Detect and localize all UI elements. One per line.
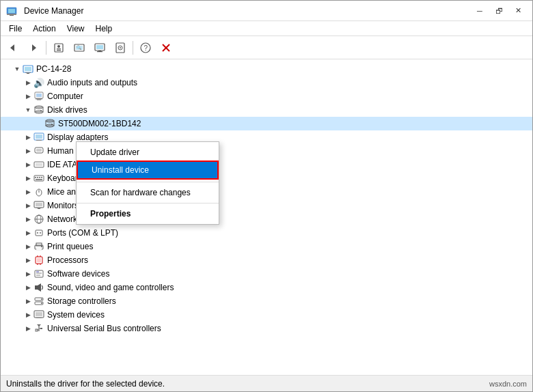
svg-marker-90	[37, 324, 41, 326]
computer-expand[interactable]: ▶	[23, 91, 33, 102]
svg-point-85	[41, 303, 42, 304]
print-icon	[33, 241, 44, 252]
ctx-separator	[77, 182, 219, 182]
svg-marker-4	[10, 44, 14, 51]
close-button[interactable]: ✕	[509, 4, 527, 18]
ctx-properties[interactable]: Properties	[77, 206, 219, 222]
minimize-button[interactable]: ─	[471, 4, 489, 18]
ctx-separator-2	[77, 203, 219, 204]
restore-button[interactable]: 🗗	[490, 4, 508, 18]
st500-icon	[44, 118, 55, 129]
storage-label: Storage controllers	[47, 296, 116, 306]
monitors-icon	[33, 200, 44, 211]
software-label: Software devices	[47, 269, 109, 279]
tree-item-st500[interactable]: ▶ ST500DM002-1BD142	[1, 117, 532, 130]
back-button[interactable]	[3, 39, 23, 57]
mice-expand[interactable]: ▶	[23, 186, 33, 197]
svg-rect-58	[36, 208, 42, 208]
properties-button[interactable]	[49, 39, 68, 57]
tree-item-audio[interactable]: ▶ 🔊 Audio inputs and outputs	[1, 76, 532, 89]
root-icon	[23, 64, 33, 74]
sound-expand[interactable]: ▶	[23, 282, 33, 293]
svg-rect-49	[37, 177, 38, 178]
software-expand[interactable]: ▶	[23, 268, 33, 279]
ports-icon	[33, 227, 44, 238]
tree-item-disk[interactable]: ▼ Disk drives	[1, 103, 532, 117]
tree-item-proc[interactable]: ▶ Processors	[1, 253, 532, 267]
print-label: Print queues	[47, 242, 93, 251]
menu-action[interactable]: Action	[27, 23, 61, 35]
audio-expand[interactable]: ▶	[23, 77, 33, 88]
system-icon	[33, 309, 44, 320]
svg-rect-63	[36, 230, 42, 236]
svg-rect-46	[36, 163, 42, 166]
storage-expand[interactable]: ▶	[23, 296, 33, 307]
svg-rect-51	[41, 177, 42, 178]
status-right: wsxdn.com	[489, 380, 527, 388]
svg-rect-52	[36, 179, 42, 180]
ctx-scan-hardware[interactable]: Scan for hardware changes	[77, 184, 219, 201]
tree-item-print[interactable]: ▶ Print queues	[1, 240, 532, 253]
root-label: PC-14-28	[36, 64, 71, 74]
menu-bar: File Action View Help	[1, 21, 532, 36]
tree-item-computer[interactable]: ▶ Computer	[1, 89, 532, 103]
root-expand[interactable]: ▼	[12, 64, 23, 74]
tree-item-sound[interactable]: ▶ Sound, video and game controllers	[1, 281, 532, 294]
system-expand[interactable]: ▶	[23, 309, 33, 320]
menu-view[interactable]: View	[62, 23, 90, 35]
scan-button[interactable]: 🔍	[70, 39, 89, 57]
sound-icon	[33, 282, 44, 293]
ctx-uninstall-device[interactable]: Uninstall device	[77, 160, 219, 180]
svg-rect-41	[36, 135, 42, 139]
context-menu: Update driver Uninstall device Scan for …	[76, 141, 219, 225]
svg-rect-79	[36, 271, 39, 272]
computer-icon-btn[interactable]	[90, 39, 109, 57]
software-icon	[33, 268, 44, 279]
tree-item-ports[interactable]: ▶ Ports (COM & LPT)	[1, 226, 532, 240]
proc-icon	[33, 255, 44, 266]
menu-file[interactable]: File	[3, 23, 27, 35]
ctx-update-driver[interactable]: Update driver	[77, 144, 219, 160]
svg-text:🔍: 🔍	[77, 45, 82, 51]
svg-rect-42	[36, 140, 42, 141]
computer-icon	[33, 91, 44, 102]
usb-expand[interactable]: ▶	[23, 323, 33, 334]
disk-expand[interactable]: ▼	[23, 104, 33, 115]
print-expand[interactable]: ▶	[23, 241, 33, 252]
status-text: Uninstalls the driver for the selected d…	[6, 379, 165, 389]
computer-label: Computer	[47, 92, 83, 101]
svg-rect-30	[36, 98, 42, 100]
tree-item-usb[interactable]: ▶ Universal Serial Bus controllers	[1, 322, 532, 335]
proc-expand[interactable]: ▶	[23, 255, 33, 266]
svg-point-39	[51, 124, 53, 125]
monitors-expand[interactable]: ▶	[23, 200, 33, 211]
svg-rect-37	[46, 121, 54, 126]
audio-icon: 🔊	[33, 77, 44, 88]
forward-button[interactable]	[24, 39, 43, 57]
hid-expand[interactable]: ▶	[23, 145, 33, 156]
device-icon-btn[interactable]	[111, 39, 130, 57]
ide-expand[interactable]: ▶	[23, 159, 33, 170]
menu-help[interactable]: Help	[90, 23, 118, 35]
network-expand[interactable]: ▶	[23, 214, 33, 225]
window-icon	[6, 5, 17, 16]
display-label: Display adapters	[47, 132, 108, 142]
toolbar: 🔍 ?	[1, 36, 532, 59]
tree-item-software[interactable]: ▶ Software devices	[1, 267, 532, 281]
svg-rect-87	[36, 312, 42, 316]
tree-item-system[interactable]: ▶ System devices	[1, 308, 532, 322]
svg-rect-80	[35, 285, 38, 290]
storage-icon	[33, 296, 44, 307]
svg-rect-27	[27, 73, 29, 74]
svg-rect-29	[36, 94, 42, 97]
delete-button[interactable]	[156, 39, 176, 57]
help-button[interactable]: ?	[136, 39, 155, 57]
tree-item-storage[interactable]: ▶ Storage controllers	[1, 294, 532, 308]
display-expand[interactable]: ▶	[23, 132, 33, 143]
svg-rect-44	[36, 149, 42, 152]
keyboard-icon	[33, 173, 44, 184]
svg-point-65	[40, 232, 41, 234]
tree-root[interactable]: ▼ PC-14-28	[1, 62, 532, 76]
keyboard-expand[interactable]: ▶	[23, 173, 33, 184]
ports-expand[interactable]: ▶	[23, 227, 33, 238]
